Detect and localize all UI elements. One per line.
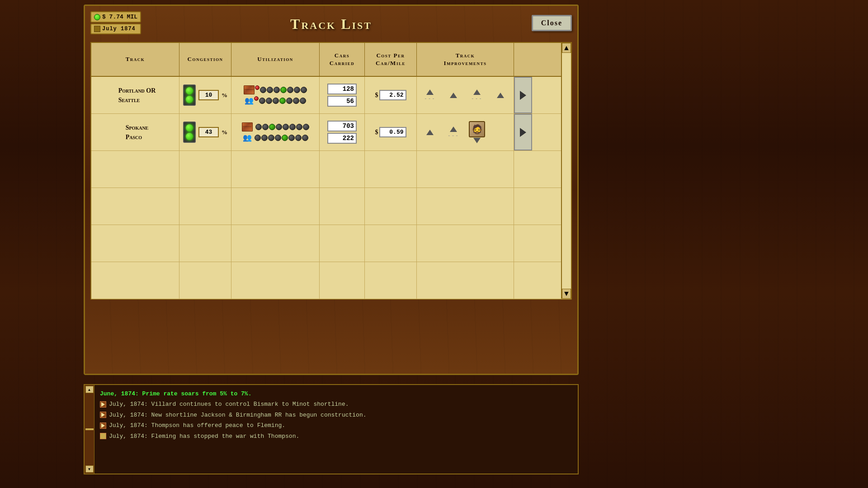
- empty-cell-16: [179, 225, 231, 262]
- orb-2d: [279, 98, 286, 104]
- cars-cell-1: 128 56: [320, 77, 365, 113]
- congestion-input-2[interactable]: 43: [198, 127, 219, 137]
- orb-6: [294, 87, 300, 93]
- orb-red-2: [254, 96, 259, 101]
- congestion-input-1[interactable]: 10: [198, 90, 219, 100]
- news-content: June, 1874: Prime rate soars from 5% to …: [94, 385, 578, 474]
- improve-btn-2a[interactable]: [419, 130, 441, 135]
- col-cost-per-car: Cost PerCar/Mile: [365, 43, 417, 76]
- table-row-empty-4: [91, 262, 571, 299]
- news-line-icon-4: [100, 436, 106, 436]
- orb-2: [267, 87, 273, 93]
- congestion-cell-2: 43 %: [179, 114, 231, 150]
- improve-dash-1c: ---: [471, 95, 483, 101]
- cost-input-1[interactable]: 2.52: [379, 90, 406, 100]
- arrow-up-1b[interactable]: [450, 93, 457, 98]
- empty-cell-9: [179, 188, 231, 225]
- orb-3e: [283, 124, 289, 130]
- cars-bottom-2[interactable]: 222: [327, 133, 357, 144]
- close-button[interactable]: Close: [532, 15, 572, 31]
- news-arrow-3: [101, 423, 105, 428]
- cars-cell-2: 703 222: [320, 114, 365, 150]
- empty-cell-18: [320, 225, 365, 262]
- date-value: July 1874: [102, 26, 136, 32]
- util-top-row-1: [244, 85, 307, 94]
- cargo-brick-1a: [244, 85, 255, 94]
- improve-btn-1c[interactable]: ---: [466, 89, 488, 101]
- table-row-empty-3: [91, 225, 571, 262]
- cost-input-2[interactable]: 0.59: [379, 127, 406, 137]
- track-name-cell-2: Spokane Pasco: [91, 114, 179, 150]
- orb-2a: [259, 98, 265, 104]
- arrow-up-1a[interactable]: [426, 89, 434, 95]
- improve-btn-2b[interactable]: ---: [442, 127, 465, 138]
- orb-4b: [261, 135, 268, 141]
- traffic-light-2: 43 %: [183, 122, 227, 143]
- news-line-3: July, 1874: Thompson has offered peace t…: [100, 420, 572, 431]
- orb-3g: [296, 124, 302, 130]
- arrow-down-2[interactable]: [473, 138, 481, 143]
- orb-2e: [286, 98, 292, 104]
- cars-bottom-1[interactable]: 56: [327, 96, 357, 107]
- congestion-cell-1: 10 %: [179, 77, 231, 113]
- news-line-2: July, 1874: New shortline Jackson & Birm…: [100, 410, 572, 420]
- cars-top-1[interactable]: 128: [327, 84, 357, 94]
- news-scroll-down[interactable]: ▼: [85, 465, 94, 473]
- orb-4h: [302, 135, 308, 141]
- empty-cell-8: [91, 188, 179, 225]
- nav-arrow-right-1: [520, 91, 526, 100]
- empty-cell-23: [179, 262, 231, 299]
- util-top-row-2: [242, 122, 309, 131]
- cars-top-2[interactable]: 703: [327, 121, 357, 131]
- improve-btn-1b[interactable]: [442, 93, 465, 98]
- table-row-empty-2: [91, 188, 571, 225]
- scroll-up-btn[interactable]: ▲: [562, 43, 571, 53]
- orb-3a: [255, 124, 262, 130]
- scroll-down-btn[interactable]: ▼: [562, 289, 571, 299]
- empty-cell-27: [417, 262, 514, 299]
- col-cars-carried: CarsCarried: [320, 43, 365, 76]
- people-icon-2: 👥: [243, 133, 252, 142]
- dollar-sign-2: $: [375, 129, 378, 136]
- improve-btn-1d[interactable]: [489, 93, 512, 98]
- orb-2f: [293, 98, 299, 104]
- header-bar: $ 7.74 MIL July 1874 Track List Close: [85, 6, 577, 42]
- news-icon-3: [100, 422, 106, 429]
- empty-cell-19: [365, 225, 417, 262]
- cargo-brick-2a: [242, 122, 253, 131]
- util-bottom-row-1: 👥: [245, 96, 306, 105]
- orb-4f: [288, 135, 295, 141]
- improve-btn-1a[interactable]: ---: [419, 89, 441, 101]
- nav-cell-2[interactable]: [514, 114, 532, 150]
- nav-arrow-right-2: [520, 128, 526, 137]
- empty-cell-25: [320, 262, 365, 299]
- pct-label-1: %: [222, 92, 227, 99]
- nav-right-btn-2[interactable]: [514, 114, 532, 150]
- news-line-0: June, 1874: Prime rate soars from 5% to …: [100, 389, 572, 399]
- empty-cell-11: [320, 188, 365, 225]
- improvements-cell-1: --- ---: [417, 77, 514, 113]
- arrow-up-2b[interactable]: [450, 127, 457, 132]
- arrow-up-2a[interactable]: [426, 130, 434, 135]
- table-body: Portland OR Seattle 10 %: [91, 77, 571, 299]
- news-icon-2: [100, 412, 106, 418]
- news-scroll-up[interactable]: ▲: [85, 386, 94, 393]
- orb-3h: [303, 124, 309, 130]
- track-name-cell-1: Portland OR Seattle: [91, 77, 179, 113]
- news-arrow-2: [101, 413, 105, 417]
- news-icon-4: [100, 433, 106, 439]
- news-text-1: July, 1874: Villard continues to control…: [109, 399, 349, 409]
- arrow-up-1c[interactable]: [473, 89, 481, 95]
- nav-right-btn-1[interactable]: [514, 77, 532, 113]
- track-name-1: Portland OR Seattle: [115, 86, 156, 105]
- empty-cell-12: [365, 188, 417, 225]
- orb-4e: [282, 135, 288, 141]
- utilization-cell-1: 👥: [231, 77, 320, 113]
- light-top-2: [186, 124, 193, 131]
- arrow-up-1d[interactable]: [497, 93, 504, 98]
- empty-cell-6: [417, 151, 514, 188]
- nav-cell-1[interactable]: [514, 77, 532, 113]
- cost-cell-2: $ 0.59: [365, 114, 417, 150]
- news-area: ▲ ▼ June, 1874: Prime rate soars from 5%…: [84, 384, 579, 474]
- news-arrow-1: [101, 402, 105, 407]
